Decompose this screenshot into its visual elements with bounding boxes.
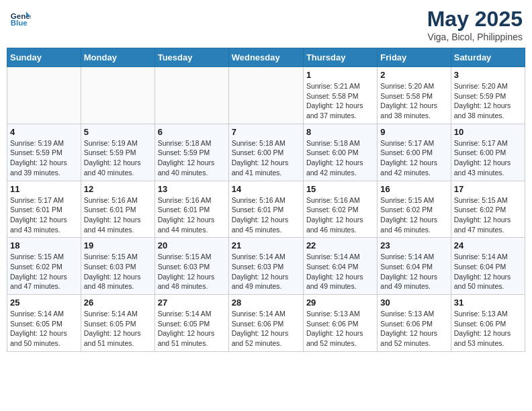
day-info: Sunrise: 5:14 AM Sunset: 6:05 PM Dayligh…: [84, 309, 152, 349]
weekday-header: Monday: [81, 48, 154, 67]
svg-text:Blue: Blue: [11, 19, 28, 27]
calendar-day-cell: 2Sunrise: 5:20 AM Sunset: 5:58 PM Daylig…: [378, 67, 451, 124]
calendar-day-cell: 21Sunrise: 5:14 AM Sunset: 6:03 PM Dayli…: [228, 238, 303, 295]
day-info: Sunrise: 5:14 AM Sunset: 6:05 PM Dayligh…: [10, 309, 78, 349]
calendar-day-cell: 23Sunrise: 5:14 AM Sunset: 6:04 PM Dayli…: [378, 238, 451, 295]
day-info: Sunrise: 5:21 AM Sunset: 5:58 PM Dayligh…: [306, 81, 374, 121]
day-info: Sunrise: 5:17 AM Sunset: 6:01 PM Dayligh…: [10, 195, 78, 235]
calendar-day-cell: 13Sunrise: 5:16 AM Sunset: 6:01 PM Dayli…: [154, 181, 228, 238]
day-info: Sunrise: 5:14 AM Sunset: 6:04 PM Dayligh…: [306, 252, 374, 291]
day-number: 22: [306, 240, 374, 250]
day-info: Sunrise: 5:19 AM Sunset: 5:59 PM Dayligh…: [10, 138, 78, 178]
logo-icon: General Blue: [9, 7, 31, 28]
weekday-header: Sunday: [7, 48, 81, 67]
day-info: Sunrise: 5:18 AM Sunset: 5:59 PM Dayligh…: [158, 138, 226, 178]
day-info: Sunrise: 5:20 AM Sunset: 5:59 PM Dayligh…: [454, 81, 522, 121]
calendar-day-cell: 16Sunrise: 5:15 AM Sunset: 6:02 PM Dayli…: [378, 181, 451, 238]
weekday-header: Thursday: [303, 48, 377, 67]
calendar-day-cell: 17Sunrise: 5:15 AM Sunset: 6:02 PM Dayli…: [451, 181, 525, 238]
day-info: Sunrise: 5:14 AM Sunset: 6:05 PM Dayligh…: [158, 309, 226, 349]
day-number: 21: [232, 240, 300, 250]
calendar-day-cell: 3Sunrise: 5:20 AM Sunset: 5:59 PM Daylig…: [451, 67, 525, 124]
calendar-day-cell: 30Sunrise: 5:13 AM Sunset: 6:06 PM Dayli…: [378, 295, 451, 352]
day-info: Sunrise: 5:16 AM Sunset: 6:01 PM Dayligh…: [232, 195, 300, 235]
day-number: 27: [158, 298, 226, 308]
calendar-week-row: 11Sunrise: 5:17 AM Sunset: 6:01 PM Dayli…: [7, 181, 525, 238]
calendar-day-cell: 31Sunrise: 5:13 AM Sunset: 6:06 PM Dayli…: [451, 295, 525, 352]
month-title: May 2025: [427, 7, 523, 32]
calendar-day-cell: 26Sunrise: 5:14 AM Sunset: 6:05 PM Dayli…: [81, 295, 154, 352]
day-info: Sunrise: 5:19 AM Sunset: 5:59 PM Dayligh…: [84, 138, 152, 178]
day-info: Sunrise: 5:16 AM Sunset: 6:02 PM Dayligh…: [306, 195, 374, 235]
weekday-header: Wednesday: [228, 48, 303, 67]
calendar-empty-cell: [154, 67, 228, 124]
day-number: 17: [454, 184, 522, 194]
day-number: 31: [454, 298, 522, 308]
calendar-day-cell: 8Sunrise: 5:18 AM Sunset: 6:00 PM Daylig…: [303, 124, 377, 181]
day-info: Sunrise: 5:16 AM Sunset: 6:01 PM Dayligh…: [84, 195, 152, 235]
calendar-empty-cell: [81, 67, 154, 124]
day-info: Sunrise: 5:14 AM Sunset: 6:04 PM Dayligh…: [454, 252, 522, 291]
day-info: Sunrise: 5:14 AM Sunset: 6:06 PM Dayligh…: [232, 309, 300, 349]
calendar-day-cell: 6Sunrise: 5:18 AM Sunset: 5:59 PM Daylig…: [154, 124, 228, 181]
calendar-day-cell: 12Sunrise: 5:16 AM Sunset: 6:01 PM Dayli…: [81, 181, 154, 238]
day-number: 14: [232, 184, 300, 194]
day-number: 13: [158, 184, 226, 194]
calendar-empty-cell: [228, 67, 303, 124]
calendar-day-cell: 25Sunrise: 5:14 AM Sunset: 6:05 PM Dayli…: [7, 295, 81, 352]
calendar-day-cell: 7Sunrise: 5:18 AM Sunset: 6:00 PM Daylig…: [228, 124, 303, 181]
day-number: 12: [84, 184, 152, 194]
day-number: 25: [10, 298, 78, 308]
day-info: Sunrise: 5:14 AM Sunset: 6:04 PM Dayligh…: [380, 252, 447, 291]
page-header: General Blue May 2025 Viga, Bicol, Phili…: [7, 7, 525, 42]
day-number: 16: [380, 184, 447, 194]
day-number: 11: [10, 184, 78, 194]
calendar-week-row: 4Sunrise: 5:19 AM Sunset: 5:59 PM Daylig…: [7, 124, 525, 181]
day-number: 3: [454, 70, 522, 80]
weekday-header: Tuesday: [154, 48, 228, 67]
day-info: Sunrise: 5:18 AM Sunset: 6:00 PM Dayligh…: [306, 138, 374, 178]
calendar-day-cell: 29Sunrise: 5:13 AM Sunset: 6:06 PM Dayli…: [303, 295, 377, 352]
day-info: Sunrise: 5:20 AM Sunset: 5:58 PM Dayligh…: [380, 81, 447, 121]
day-number: 2: [380, 70, 447, 80]
day-info: Sunrise: 5:13 AM Sunset: 6:06 PM Dayligh…: [454, 309, 522, 349]
day-info: Sunrise: 5:13 AM Sunset: 6:06 PM Dayligh…: [380, 309, 447, 349]
day-number: 24: [454, 240, 522, 250]
day-number: 26: [84, 298, 152, 308]
weekday-header: Saturday: [451, 48, 525, 67]
day-number: 20: [158, 240, 226, 250]
day-info: Sunrise: 5:15 AM Sunset: 6:02 PM Dayligh…: [380, 195, 447, 235]
calendar-table: SundayMondayTuesdayWednesdayThursdayFrid…: [7, 48, 525, 352]
calendar-week-row: 1Sunrise: 5:21 AM Sunset: 5:58 PM Daylig…: [7, 67, 525, 124]
calendar-day-cell: 22Sunrise: 5:14 AM Sunset: 6:04 PM Dayli…: [303, 238, 377, 295]
day-number: 28: [232, 298, 300, 308]
weekday-header: Friday: [378, 48, 451, 67]
day-number: 6: [158, 127, 226, 137]
calendar-empty-cell: [7, 67, 81, 124]
calendar-day-cell: 14Sunrise: 5:16 AM Sunset: 6:01 PM Dayli…: [228, 181, 303, 238]
location: Viga, Bicol, Philippines: [427, 32, 523, 42]
day-number: 7: [232, 127, 300, 137]
calendar-body: 1Sunrise: 5:21 AM Sunset: 5:58 PM Daylig…: [7, 67, 525, 352]
day-info: Sunrise: 5:17 AM Sunset: 6:00 PM Dayligh…: [380, 138, 447, 178]
calendar-day-cell: 18Sunrise: 5:15 AM Sunset: 6:02 PM Dayli…: [7, 238, 81, 295]
calendar-day-cell: 27Sunrise: 5:14 AM Sunset: 6:05 PM Dayli…: [154, 295, 228, 352]
day-number: 1: [306, 70, 374, 80]
day-number: 23: [380, 240, 447, 250]
calendar-day-cell: 1Sunrise: 5:21 AM Sunset: 5:58 PM Daylig…: [303, 67, 377, 124]
logo: General Blue: [9, 7, 31, 28]
day-info: Sunrise: 5:14 AM Sunset: 6:03 PM Dayligh…: [232, 252, 300, 291]
day-info: Sunrise: 5:17 AM Sunset: 6:00 PM Dayligh…: [454, 138, 522, 178]
day-number: 30: [380, 298, 447, 308]
calendar-day-cell: 19Sunrise: 5:15 AM Sunset: 6:03 PM Dayli…: [81, 238, 154, 295]
day-info: Sunrise: 5:18 AM Sunset: 6:00 PM Dayligh…: [232, 138, 300, 178]
calendar-day-cell: 28Sunrise: 5:14 AM Sunset: 6:06 PM Dayli…: [228, 295, 303, 352]
day-info: Sunrise: 5:13 AM Sunset: 6:06 PM Dayligh…: [306, 309, 374, 349]
calendar-day-cell: 24Sunrise: 5:14 AM Sunset: 6:04 PM Dayli…: [451, 238, 525, 295]
calendar-day-cell: 10Sunrise: 5:17 AM Sunset: 6:00 PM Dayli…: [451, 124, 525, 181]
day-number: 15: [306, 184, 374, 194]
calendar-week-row: 18Sunrise: 5:15 AM Sunset: 6:02 PM Dayli…: [7, 238, 525, 295]
calendar-day-cell: 5Sunrise: 5:19 AM Sunset: 5:59 PM Daylig…: [81, 124, 154, 181]
day-info: Sunrise: 5:15 AM Sunset: 6:03 PM Dayligh…: [84, 252, 152, 291]
day-number: 10: [454, 127, 522, 137]
